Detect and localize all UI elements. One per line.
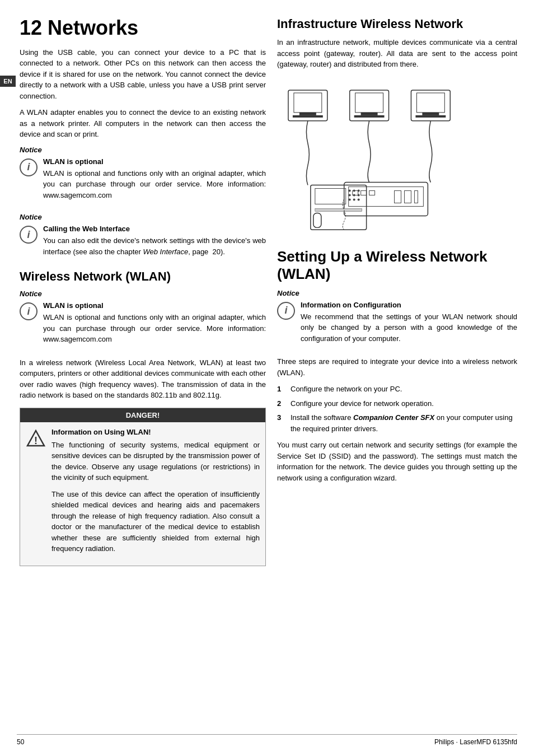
danger-title: Information on Using WLAN! (51, 428, 260, 436)
wlan-para-1: In a wireless network (Wireless Local Ar… (20, 357, 266, 401)
step-text-1: Configure the network on your PC. (291, 384, 402, 395)
step-1: 1 Configure the network on your PC. (277, 384, 517, 395)
svg-rect-9 (354, 115, 385, 118)
svg-rect-4 (299, 113, 316, 115)
setup-section-title: Setting Up a Wireless Network (WLAN) (277, 248, 517, 283)
notice-title-1: WLAN is optional (43, 157, 266, 166)
infra-section-title: Infrastructure Wireless Network (277, 17, 517, 31)
svg-rect-18 (369, 190, 375, 195)
svg-point-28 (353, 194, 355, 196)
svg-rect-15 (349, 186, 424, 206)
svg-point-29 (358, 194, 360, 196)
notice-label-4: Notice (277, 289, 517, 297)
footer-page-number: 50 (17, 738, 24, 746)
svg-rect-13 (415, 115, 446, 118)
step-2: 2 Configure your device for network oper… (277, 398, 517, 409)
wlan-section-title: Wireless Network (WLAN) (20, 269, 266, 284)
danger-para-1: The functioning of security systems, med… (51, 440, 260, 483)
svg-rect-12 (422, 113, 439, 115)
danger-para-2: The use of this device can affect the op… (51, 489, 260, 554)
svg-rect-33 (315, 208, 362, 211)
intro-para-2: A WLAN adapter enables you to connect th… (20, 107, 266, 140)
notice-title-3: WLAN is optional (43, 301, 266, 310)
notice-text-4: Information on Configuration We recommen… (301, 301, 517, 350)
notice-web-interface: Notice i Calling the Web Interface You c… (20, 213, 266, 263)
notice-text-3: WLAN is optional WLAN is optional and fu… (43, 301, 266, 351)
svg-rect-20 (404, 190, 411, 203)
notice-text-1: WLAN is optional WLAN is optional and fu… (43, 157, 266, 207)
step-num-1: 1 (277, 384, 286, 395)
footer-product: Philips · LaserMFD 6135hfd (434, 738, 517, 746)
info-icon-3: i (20, 302, 38, 320)
setup-para-2: You must carry out certain network and s… (277, 440, 517, 483)
svg-rect-17 (361, 190, 367, 195)
svg-point-32 (358, 198, 360, 200)
warning-icon: ! (26, 429, 46, 449)
notice-title-4: Information on Configuration (301, 301, 517, 309)
notice-wlan-optional-2: Notice i WLAN is optional WLAN is option… (20, 290, 266, 351)
svg-rect-8 (361, 113, 378, 115)
step-num-2: 2 (277, 398, 286, 409)
notice-body-2: You can also edit the device's network s… (43, 235, 266, 257)
info-icon-1: i (20, 158, 38, 176)
intro-para-1: Using the USB cable, you can connect you… (20, 47, 266, 102)
step-num-3: 3 (277, 412, 286, 434)
setup-steps-list: 1 Configure the network on your PC. 2 Co… (277, 384, 517, 434)
notice-text-2: Calling the Web Interface You can also e… (43, 225, 266, 263)
svg-point-25 (353, 189, 355, 192)
svg-rect-21 (414, 190, 418, 203)
notice-wlan-optional-1: Notice i WLAN is optional WLAN is option… (20, 146, 266, 207)
svg-point-30 (349, 198, 351, 200)
network-diagram (277, 79, 517, 237)
setup-para-1: Three steps are required to integrate yo… (277, 356, 517, 378)
footer: 50 Philips · LaserMFD 6135hfd (17, 734, 517, 746)
infra-para: In an infrastructure network, multiple d… (277, 37, 517, 70)
svg-rect-7 (355, 93, 383, 113)
svg-rect-23 (315, 188, 346, 204)
danger-text-area: Information on Using WLAN! The functioni… (51, 428, 260, 560)
svg-point-27 (349, 194, 351, 196)
svg-point-24 (349, 189, 351, 192)
notice-label-2: Notice (20, 213, 266, 221)
notice-config: Notice i Information on Configuration We… (277, 289, 517, 350)
svg-point-31 (353, 198, 355, 200)
notice-body-1: WLAN is optional and functions only with… (43, 168, 266, 201)
notice-label-3: Notice (20, 290, 266, 298)
svg-rect-5 (293, 115, 323, 118)
svg-rect-11 (416, 93, 444, 113)
info-icon-4: i (277, 302, 295, 320)
language-tab: EN (0, 76, 16, 87)
svg-rect-19 (395, 190, 401, 203)
svg-rect-34 (313, 213, 321, 227)
notice-body-3: WLAN is optional and functions only with… (43, 312, 266, 345)
danger-header: DANGER! (20, 408, 265, 422)
left-column: 12 Networks Using the USB cable, you can… (20, 17, 266, 573)
svg-point-26 (358, 189, 360, 192)
notice-title-2: Calling the Web Interface (43, 225, 266, 233)
step-text-3: Install the software Companion Center SF… (291, 412, 517, 434)
svg-rect-3 (294, 93, 322, 113)
notice-label-1: Notice (20, 146, 266, 154)
notice-body-4: We recommend that the settings of your W… (301, 311, 517, 344)
info-icon-2: i (20, 226, 38, 244)
page-title: 12 Networks (20, 17, 266, 39)
step-3: 3 Install the software Companion Center … (277, 412, 517, 434)
step-text-2: Configure your device for network operat… (291, 398, 434, 409)
right-column: Infrastructure Wireless Network In an in… (277, 17, 517, 573)
svg-text:!: ! (34, 435, 38, 446)
danger-box: DANGER! ! Information on Using WLAN! The… (20, 408, 266, 566)
